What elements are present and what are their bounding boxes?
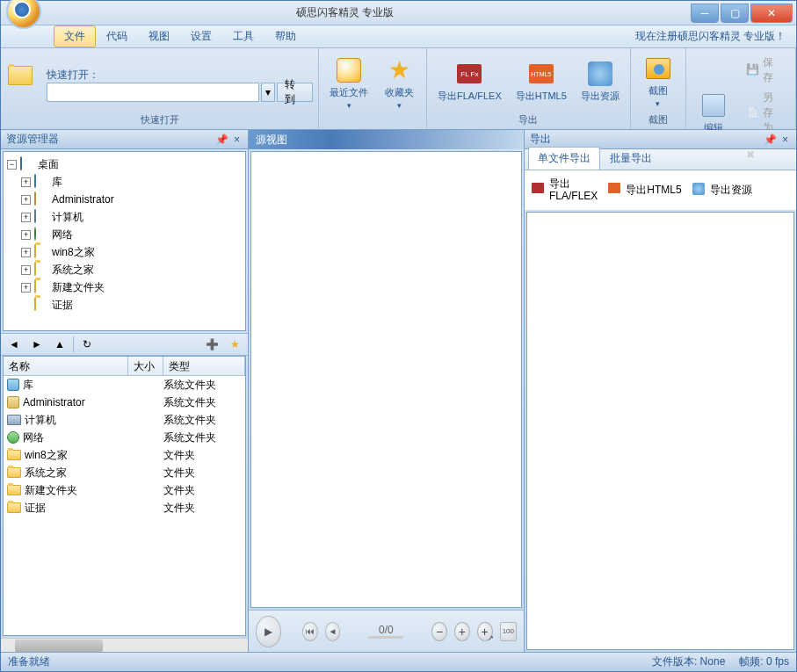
list-item[interactable]: 证据文件夹 xyxy=(4,499,245,517)
export-fla-item[interactable]: 导出 FLA/FLEX xyxy=(532,177,598,203)
expand-icon[interactable]: + xyxy=(21,248,31,257)
saveas-icon: 📄 xyxy=(746,106,759,120)
list-item[interactable]: 计算机系统文件夹 xyxy=(4,411,245,429)
tree-node[interactable]: +新建文件夹 xyxy=(7,278,242,296)
status-fps: 帧频: 0 fps xyxy=(739,654,789,669)
collapse-icon[interactable]: − xyxy=(7,160,17,170)
window-title: 硕思闪客精灵 专业版 xyxy=(1,5,689,20)
chevron-down-icon: ▾ xyxy=(656,99,660,108)
list-item[interactable]: 库系统文件夹 xyxy=(4,376,245,394)
tree-node[interactable]: +Administrator xyxy=(7,191,242,208)
add-button[interactable]: ➕ xyxy=(202,335,221,354)
menu-view[interactable]: 视图 xyxy=(138,25,180,47)
list-item[interactable]: 网络系统文件夹 xyxy=(4,429,245,446)
ribbon-group-export: 导出 xyxy=(432,111,625,129)
snapshot-button[interactable]: 截图 ▾ xyxy=(636,53,680,110)
export-fla-button[interactable]: FL Fx 导出FLA/FLEX xyxy=(432,58,507,105)
zoom-100-button[interactable]: 100 xyxy=(500,622,517,641)
chevron-down-icon: ▾ xyxy=(347,101,351,110)
export-res-item[interactable]: 导出资源 xyxy=(692,177,752,203)
zoom-fit-button[interactable]: +↗ xyxy=(477,622,493,641)
back-button[interactable]: ◄ xyxy=(4,335,24,354)
forward-button[interactable]: ► xyxy=(27,335,47,354)
source-view-header: 源视图 xyxy=(249,130,524,149)
tree-node-desktop[interactable]: −桌面 xyxy=(7,155,242,173)
html5-icon: HTML5 xyxy=(527,60,555,88)
list-item[interactable]: win8之家文件夹 xyxy=(4,446,245,464)
statusbar: 准备就绪 文件版本: None 帧频: 0 fps xyxy=(1,652,796,671)
tree-node[interactable]: +网络 xyxy=(7,226,242,243)
tab-single-export[interactable]: 单文件导出 xyxy=(528,147,600,170)
save-button: 💾保存 xyxy=(741,54,788,87)
menu-tools[interactable]: 工具 xyxy=(222,25,264,47)
zoom-out-button[interactable]: − xyxy=(431,622,447,641)
tree-node[interactable]: +库 xyxy=(7,173,242,191)
resources-icon xyxy=(692,183,706,197)
tree-node[interactable]: +计算机 xyxy=(7,208,242,226)
list-item[interactable]: Administrator系统文件夹 xyxy=(4,394,245,411)
frame-slider[interactable] xyxy=(368,636,403,639)
quick-open-input[interactable] xyxy=(47,83,259,102)
list-item[interactable]: 新建文件夹文件夹 xyxy=(4,481,245,499)
expand-icon[interactable]: + xyxy=(21,213,31,222)
ribbon-group-snapshot: 截图 xyxy=(636,111,680,129)
quick-open-dropdown[interactable]: ▾ xyxy=(261,83,274,102)
minimize-button[interactable]: ─ xyxy=(691,4,719,23)
col-type[interactable]: 类型 xyxy=(163,357,245,375)
folder-open-icon xyxy=(8,66,33,85)
tree-node[interactable]: +系统之家 xyxy=(7,261,242,278)
expand-icon[interactable]: + xyxy=(21,283,31,293)
first-frame-button[interactable]: ⏮ xyxy=(302,622,318,641)
ribbon-group-quick-open: 快速打开 xyxy=(6,111,313,129)
maximize-button[interactable]: ▢ xyxy=(721,4,749,23)
fla-icon xyxy=(532,183,546,197)
quick-open-goto-button[interactable]: 转到 xyxy=(277,83,313,102)
save-icon: 💾 xyxy=(746,63,759,77)
quick-open-label: 快速打开： xyxy=(47,68,313,83)
horizontal-scrollbar[interactable] xyxy=(1,638,248,652)
source-view-area xyxy=(250,151,522,608)
col-name[interactable]: 名称 xyxy=(4,357,128,375)
folder-tree[interactable]: −桌面+库+Administrator+计算机+网络+win8之家+系统之家+新… xyxy=(3,151,246,331)
tree-node[interactable]: +win8之家 xyxy=(7,243,242,261)
favorite-button[interactable]: ★ xyxy=(225,335,244,354)
prev-frame-button[interactable]: ◄ xyxy=(325,622,341,641)
fla-icon: FL Fx xyxy=(455,60,483,88)
zoom-in-button[interactable]: + xyxy=(454,622,470,641)
play-button[interactable]: ▶ xyxy=(256,616,281,647)
pin-icon[interactable]: 📌 xyxy=(764,134,776,146)
up-button[interactable]: ▲ xyxy=(50,335,69,354)
export-resources-button[interactable]: 导出资源 xyxy=(576,58,625,105)
expand-icon[interactable]: + xyxy=(21,265,31,275)
panel-close-icon[interactable]: × xyxy=(779,134,791,146)
edit-icon xyxy=(699,91,728,119)
pin-icon[interactable]: 📌 xyxy=(215,134,228,146)
list-item[interactable]: 系统之家文件夹 xyxy=(4,464,245,481)
panel-close-icon[interactable]: × xyxy=(231,134,243,146)
menu-settings[interactable]: 设置 xyxy=(180,25,222,47)
register-link[interactable]: 现在注册硕思闪客精灵 专业版！ xyxy=(635,29,786,44)
expand-icon[interactable]: + xyxy=(21,230,31,240)
tab-batch-export[interactable]: 批量导出 xyxy=(600,147,662,170)
cancel-icon: ✖ xyxy=(746,148,755,163)
export-html5-item[interactable]: 导出HTML5 xyxy=(608,177,681,203)
favorites-button[interactable]: ★ 收藏夹 ▾ xyxy=(377,54,421,112)
export-detail-area xyxy=(526,212,794,650)
expand-icon[interactable]: + xyxy=(21,177,31,187)
col-size[interactable]: 大小 xyxy=(128,357,163,375)
app-icon[interactable] xyxy=(6,0,48,36)
export-html5-button[interactable]: HTML5 导出HTML5 xyxy=(511,58,572,105)
filelist-toolbar: ◄ ► ▲ ↻ ➕ ★ xyxy=(1,333,248,356)
refresh-button[interactable]: ↻ xyxy=(77,335,97,354)
camera-icon xyxy=(644,54,672,83)
recent-files-button[interactable]: 最近文件 ▾ xyxy=(324,54,373,112)
close-button[interactable]: ✕ xyxy=(750,4,793,23)
menu-code[interactable]: 代码 xyxy=(96,25,138,47)
tree-node[interactable]: 证据 xyxy=(7,296,242,314)
menu-help[interactable]: 帮助 xyxy=(264,25,307,47)
menu-file[interactable]: 文件 xyxy=(54,25,96,47)
resource-panel-header: 资源管理器 📌 × xyxy=(1,130,248,149)
expand-icon[interactable]: + xyxy=(21,195,31,205)
menubar: 文件 代码 视图 设置 工具 帮助 现在注册硕思闪客精灵 专业版！ xyxy=(1,25,796,48)
status-ready: 准备就绪 xyxy=(8,654,652,669)
